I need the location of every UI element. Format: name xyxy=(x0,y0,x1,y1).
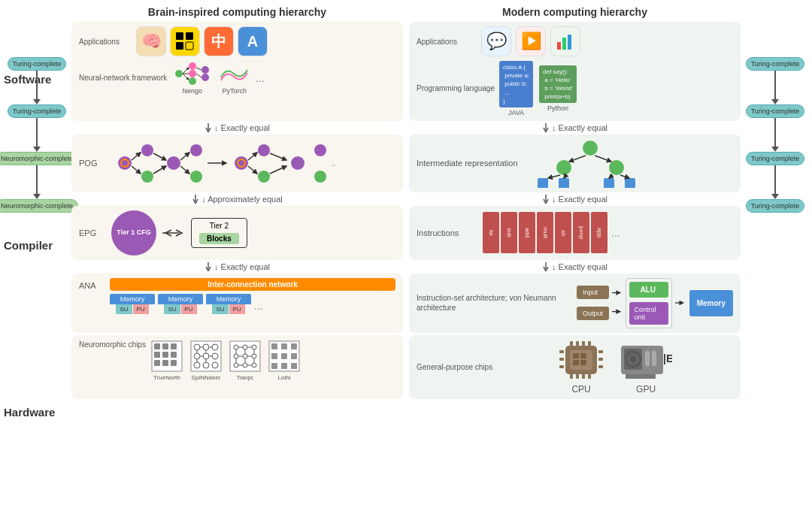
su-3: SU xyxy=(212,304,228,314)
left-applications-panel: Applications 🧠 xyxy=(71,22,403,121)
instructions-label: Instructions xyxy=(417,228,477,237)
java-item: class A { private a; public b; ...} JAVA xyxy=(499,61,533,116)
tianjic-chip: Tianjic xyxy=(229,340,262,381)
svg-rect-133 xyxy=(559,365,564,368)
left-arrow-2 xyxy=(33,118,41,152)
nn-label: Neural-network framework xyxy=(79,74,167,82)
memory-unit-3: Memory SU PU xyxy=(206,294,251,314)
svg-point-4 xyxy=(175,70,183,77)
svg-point-45 xyxy=(556,160,571,175)
svg-line-52 xyxy=(595,156,611,162)
chip-items: TrueNorth xyxy=(150,340,301,381)
tianjic-label: Tianjic xyxy=(237,374,254,381)
python-code: def say(): a = 'Hello' b = 'World' print… xyxy=(539,65,577,104)
right-title: Modern computing hierarchy xyxy=(409,6,741,18)
neuro-chips-content: Neuromorphic chips xyxy=(79,340,395,381)
svg-line-23 xyxy=(132,166,141,174)
mem-top-1: Memory xyxy=(110,294,155,304)
nengo-item: Nengo xyxy=(171,61,213,95)
divider-left-3: ↓ Exactly equal xyxy=(71,262,403,271)
svg-text:...: ... xyxy=(332,158,335,168)
su-pu-1: SU PU xyxy=(116,304,148,314)
compiler-label: Compiler xyxy=(4,239,53,252)
right-badge-1: Turing-complete xyxy=(746,57,805,71)
ana-diagram: Inter-connection network Memory SU PU xyxy=(110,278,395,314)
svg-rect-70 xyxy=(171,360,177,366)
epg-content: Tier 1 CFG Tier 2 Blocks xyxy=(111,210,247,256)
su-pu-3: SU PU xyxy=(212,304,244,314)
dots-1: ... xyxy=(256,72,265,84)
cpu-gpu-panel: General-purpose chips xyxy=(409,335,741,399)
general-chips-label: General-purpose chips xyxy=(417,363,492,371)
cpu-icon-svg xyxy=(558,340,604,381)
instr-sh: sh xyxy=(555,212,571,253)
svg-point-24 xyxy=(167,156,180,170)
chart-icon xyxy=(550,26,580,56)
svg-text:|EO: |EO xyxy=(663,352,672,364)
left-badge-2: Turing-complete xyxy=(8,104,67,118)
epg-panel: EPG Tier 1 CFG Tier 2 Blocks xyxy=(71,206,403,260)
svg-line-29 xyxy=(180,153,189,160)
left-badge-3: Neuromorphic-complete xyxy=(0,152,78,165)
svg-point-42 xyxy=(314,171,326,183)
pog-diagram: ... xyxy=(110,139,335,188)
truenorth-chip: TrueNorth xyxy=(150,340,183,381)
letter-app-icon: A xyxy=(238,26,268,56)
right-app-icons: 💬 ▶️ xyxy=(481,26,580,56)
svg-rect-48 xyxy=(559,178,569,188)
divider-left-1: ↓ Exactly equal xyxy=(71,123,403,132)
isa-content: Instruction-set architecture; von Neuman… xyxy=(417,278,733,328)
python-item: def say(): a = 'Hello' b = 'World' print… xyxy=(539,65,577,113)
svg-line-14 xyxy=(196,74,201,77)
svg-point-44 xyxy=(583,141,598,156)
instruction-boxes: lw sub add mult sh jump app ... xyxy=(483,212,620,253)
left-app-label: Applications xyxy=(79,38,132,46)
svg-rect-130 xyxy=(588,374,591,379)
svg-rect-15 xyxy=(557,42,561,50)
svg-point-46 xyxy=(609,160,624,175)
svg-rect-123 xyxy=(570,341,573,346)
pu-1: PU xyxy=(133,304,149,314)
svg-rect-66 xyxy=(162,352,168,358)
left-arrow-3 xyxy=(33,165,41,199)
right-badges-column: Turing-complete Turing-complete Turing-c… xyxy=(744,57,806,213)
java-label: JAVA xyxy=(508,109,524,116)
svg-rect-62 xyxy=(154,343,160,349)
blocks-box: Blocks xyxy=(199,233,239,244)
nn-framework-row: Neural-network framework xyxy=(79,61,395,95)
nengo-label: Nengo xyxy=(183,87,203,95)
spinnaker-label: SpiNNaker xyxy=(192,374,221,381)
pu-2: PU xyxy=(181,304,197,314)
svg-rect-119 xyxy=(281,363,287,369)
svg-rect-69 xyxy=(162,360,168,366)
svg-line-37 xyxy=(248,166,257,174)
epg-instr-row: EPG Tier 1 CFG Tier 2 Blocks xyxy=(71,206,741,260)
svg-rect-116 xyxy=(281,353,287,359)
isa-label: Instruction-set architecture; von Neuman… xyxy=(417,293,572,313)
divider-row-1: ↓ Exactly equal ↓ Exactly equal xyxy=(71,123,741,132)
svg-line-36 xyxy=(248,153,257,160)
left-title: Brain-inspired computing hierarchy xyxy=(71,6,403,18)
su-2: SU xyxy=(164,304,180,314)
svg-point-144 xyxy=(630,356,636,362)
right-arrow-2 xyxy=(771,118,779,152)
svg-point-9 xyxy=(201,74,209,81)
pog-label: POG xyxy=(79,159,105,168)
grid-app-icon xyxy=(170,26,200,56)
nn-icons: Nengo PyTorch ... xyxy=(171,61,265,95)
epg-arrow xyxy=(162,227,185,239)
main-content-area: Brain-inspired computing hierarchy Moder… xyxy=(71,6,741,502)
prog-lang-label: Programming language xyxy=(417,84,495,92)
python-label: Python xyxy=(547,104,568,112)
svg-rect-49 xyxy=(604,178,614,188)
interconnect-bar: Inter-connection network xyxy=(110,278,395,291)
svg-rect-3 xyxy=(186,42,193,50)
instr-add: add xyxy=(519,212,535,253)
svg-line-56 xyxy=(620,175,629,178)
svg-rect-118 xyxy=(271,363,277,369)
chinese-app-icon: 中 xyxy=(204,26,234,56)
instructions-panel: Instructions lw sub add mult sh jump app… xyxy=(409,206,741,260)
svg-point-8 xyxy=(201,66,209,74)
svg-line-38 xyxy=(270,153,286,160)
tianjic-svg xyxy=(229,340,262,373)
